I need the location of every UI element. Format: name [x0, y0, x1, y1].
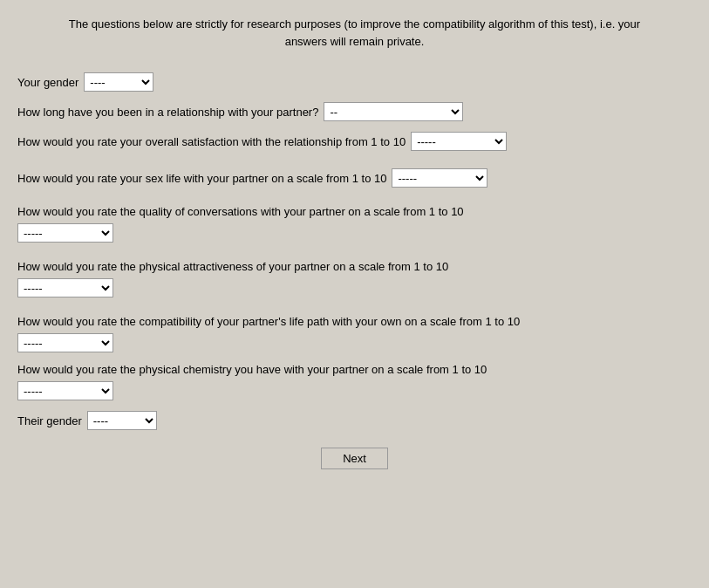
- chemistry-row: How would you rate the physical chemistr…: [17, 363, 692, 400]
- satisfaction-select[interactable]: ----- 12345 678910: [411, 132, 507, 151]
- relationship-duration-row: How long have you been in a relationship…: [17, 102, 692, 121]
- chemistry-label: How would you rate the physical chemistr…: [17, 363, 487, 376]
- conversations-row: How would you rate the quality of conver…: [17, 205, 692, 243]
- conversations-label: How would you rate the quality of conver…: [17, 205, 464, 218]
- attractiveness-select[interactable]: ----- 12345 678910: [17, 278, 113, 297]
- relationship-duration-select[interactable]: -- Less than 1 year 1-2 years 2-5 years …: [324, 102, 463, 121]
- page-container: The questions below are strictly for res…: [0, 0, 709, 588]
- life-path-row: How would you rate the compatibility of …: [17, 315, 692, 352]
- their-gender-row: Their gender ---- Male Female Other: [17, 411, 692, 430]
- their-gender-label: Their gender: [17, 414, 82, 427]
- intro-text: The questions below are strictly for res…: [17, 9, 692, 57]
- chemistry-select[interactable]: ----- 12345 678910: [17, 381, 113, 400]
- satisfaction-row: How would you rate your overall satisfac…: [17, 132, 692, 151]
- attractiveness-label: How would you rate the physical attracti…: [17, 260, 448, 273]
- relationship-duration-label: How long have you been in a relationship…: [17, 106, 318, 119]
- life-path-label: How would you rate the compatibility of …: [17, 315, 520, 328]
- next-button[interactable]: Next: [321, 448, 388, 469]
- life-path-select[interactable]: ----- 12345 678910: [17, 333, 113, 352]
- gender-label: Your gender: [17, 76, 78, 89]
- gender-row: Your gender ---- Male Female Other: [17, 72, 692, 92]
- sex-life-select[interactable]: ----- 12345 678910: [392, 168, 487, 188]
- sex-life-row: How would you rate your sex life with yo…: [17, 168, 692, 188]
- attractiveness-row: How would you rate the physical attracti…: [17, 260, 692, 297]
- intro-description: The questions below are strictly for res…: [69, 17, 640, 48]
- their-gender-select[interactable]: ---- Male Female Other: [87, 411, 157, 430]
- satisfaction-label: How would you rate your overall satisfac…: [17, 135, 406, 148]
- next-container: Next: [17, 448, 692, 469]
- conversations-select[interactable]: ----- 12345 678910: [17, 223, 113, 243]
- sex-life-label: How would you rate your sex life with yo…: [17, 172, 386, 185]
- gender-select[interactable]: ---- Male Female Other: [84, 72, 153, 92]
